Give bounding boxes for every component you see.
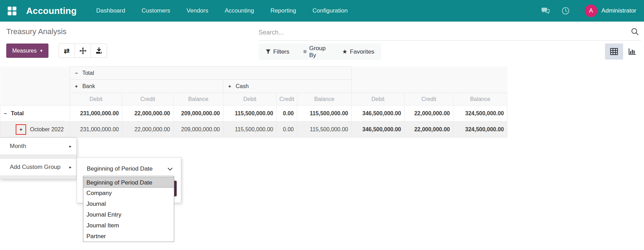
cell-value: 209,000,000.00 (174, 106, 223, 122)
measure-header[interactable]: Balance (453, 93, 507, 106)
apps-grid-icon[interactable] (8, 7, 16, 15)
graph-view-button[interactable] (623, 44, 641, 60)
group-by-menu[interactable]: ≡ Group By (303, 45, 328, 59)
activities-clock-icon[interactable] (560, 6, 571, 16)
filter-funnel-icon (266, 49, 271, 54)
group-by-icon: ≡ (303, 48, 307, 55)
cell-value: 0.00 (277, 122, 297, 138)
menu-item-month[interactable]: Month ▸ (0, 138, 76, 155)
flip-axis-icon: ⇄ (64, 47, 70, 55)
bar-chart-icon (628, 48, 636, 55)
download-icon (95, 47, 102, 54)
groupby-dropdown: Month ▸ Add Custom Group ▸ (0, 138, 77, 179)
cell-value: 115,500,000.00 (223, 106, 277, 122)
col-group-cash-label: Cash (236, 83, 248, 89)
app-screen: Accounting Dashboard Customers Vendors A… (0, 0, 644, 250)
option-journal-item[interactable]: Journal Item (83, 220, 174, 231)
expand-icon[interactable]: + (228, 84, 231, 89)
pivot-view-button[interactable] (605, 44, 623, 60)
breadcrumb: Treasury Analysis (6, 27, 67, 36)
cell-value: 324,500,000.00 (453, 122, 507, 138)
cell-value: 324,500,000.00 (453, 106, 507, 122)
messages-icon[interactable] (540, 6, 551, 16)
cell-value: 115,500,000.00 (297, 122, 352, 138)
measures-label: Measures (12, 48, 37, 54)
menu-dashboard[interactable]: Dashboard (96, 7, 125, 14)
field-select-options: Beginning of Period Date Company Journal… (83, 176, 174, 242)
app-title[interactable]: Accounting (26, 6, 77, 16)
menu-customers[interactable]: Customers (141, 7, 170, 14)
click-target-annotation: + (16, 124, 26, 135)
menu-item-add-custom-group[interactable]: Add Custom Group ▸ (0, 159, 76, 175)
measures-button[interactable]: Measures ▾ (6, 44, 48, 58)
measure-header[interactable]: Debit (70, 93, 122, 106)
menu-accounting[interactable]: Accounting (225, 7, 254, 14)
pivot-grid-icon (610, 48, 618, 55)
measure-header[interactable]: Balance (174, 93, 223, 106)
cell-value: 231,000,000.00 (70, 122, 122, 138)
row-header-total[interactable]: − Total (0, 106, 70, 122)
row-october-label: October 2022 (30, 126, 64, 133)
col-group-bank[interactable]: + Bank (70, 80, 223, 93)
cell-value: 209,000,000.00 (174, 122, 223, 138)
cell-value: 22,000,000.00 (405, 122, 453, 138)
table-row: − Total 231,000,000.00 22,000,000.00 209… (0, 106, 507, 122)
collapse-icon[interactable]: − (4, 111, 7, 116)
expand-all-button[interactable] (75, 44, 91, 58)
submenu-arrow-icon: ▸ (69, 144, 71, 149)
add-custom-group-label: Add Custom Group (10, 164, 61, 171)
cell-value: 0.00 (277, 106, 297, 122)
option-partner[interactable]: Partner (83, 231, 174, 242)
top-navbar: Accounting Dashboard Customers Vendors A… (0, 0, 644, 22)
option-journal-entry[interactable]: Journal Entry (83, 209, 174, 220)
expand-icon[interactable]: + (20, 127, 22, 132)
measure-header[interactable]: Credit (122, 93, 174, 106)
measure-header[interactable]: Balance (297, 93, 352, 106)
cell-value: 346,500,000.00 (352, 122, 405, 138)
cell-value: 346,500,000.00 (352, 106, 405, 122)
table-row: + October 2022 231,000,000.00 22,000,000… (0, 122, 507, 138)
row-header-october-2022[interactable]: + October 2022 (0, 122, 70, 138)
avatar[interactable]: A (585, 5, 597, 17)
cell-value: 115,500,000.00 (297, 106, 352, 122)
search-facets-bar: Filters ≡ Group By ★ Favorites (259, 44, 381, 60)
favorites-label: Favorites (350, 48, 374, 55)
star-icon: ★ (342, 48, 347, 55)
flip-axis-button[interactable]: ⇄ (59, 44, 75, 58)
user-menu[interactable]: Administrator (601, 7, 636, 14)
submenu-arrow-icon: ▸ (69, 165, 71, 170)
cell-value: 22,000,000.00 (122, 106, 174, 122)
group-by-label: Group By (309, 45, 328, 59)
caret-down-icon: ▾ (40, 48, 43, 53)
arrows-move-icon (79, 47, 87, 55)
option-company[interactable]: Company (83, 188, 174, 198)
measure-header[interactable]: Credit (277, 93, 297, 106)
navbar-right: A Administrator (530, 5, 636, 17)
cell-value: 115,500,000.00 (223, 122, 277, 138)
measure-header[interactable]: Debit (223, 93, 277, 106)
option-journal[interactable]: Journal (83, 198, 174, 209)
expand-icon[interactable]: + (75, 84, 78, 89)
col-group-cash[interactable]: + Cash (223, 80, 352, 93)
field-select[interactable]: Beginning of Period Date (83, 163, 175, 175)
measure-header[interactable]: Debit (352, 93, 405, 106)
favorites-menu[interactable]: ★ Favorites (342, 48, 374, 55)
option-beginning-of-period-date[interactable]: Beginning of Period Date (83, 177, 174, 188)
row-total-label: Total (11, 110, 24, 117)
pivot-table: − Total + Bank + Cash (0, 66, 507, 138)
col-group-total[interactable]: − Total (70, 67, 352, 80)
filters-menu[interactable]: Filters (266, 48, 289, 55)
filters-label: Filters (273, 48, 289, 55)
col-group-grand-total (352, 67, 507, 93)
menu-configuration[interactable]: Configuration (313, 7, 348, 14)
menu-reporting[interactable]: Reporting (270, 7, 296, 14)
collapse-icon[interactable]: − (75, 70, 78, 76)
menu-vendors[interactable]: Vendors (186, 7, 208, 14)
cell-value: 22,000,000.00 (122, 122, 174, 138)
search-input[interactable] (259, 29, 631, 36)
download-button[interactable] (91, 44, 107, 58)
main-menu: Dashboard Customers Vendors Accounting R… (96, 7, 348, 14)
search-icon[interactable] (631, 28, 639, 37)
menu-separator (0, 175, 76, 179)
measure-header[interactable]: Credit (405, 93, 453, 106)
